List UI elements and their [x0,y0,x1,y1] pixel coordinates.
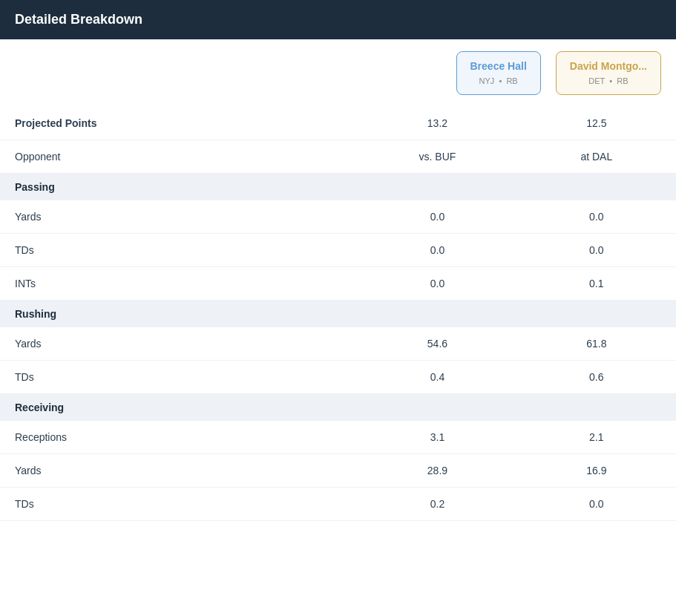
player-2-team: DET [588,76,605,85]
page-title: Detailed Breakdown [15,12,142,27]
row-value-2: 12.5 [517,107,676,140]
player-2-name: David Montgo... [570,59,647,74]
row-value-2: 16.9 [517,453,676,487]
data-row-4: TDs0.00.0 [0,233,676,266]
row-label: TDs [0,233,358,266]
data-row-12: TDs0.20.0 [0,487,676,520]
section-label: Rushing [0,300,676,327]
data-row-8: TDs0.40.6 [0,360,676,393]
data-row-0: Projected Points13.212.5 [0,107,676,140]
row-label: Opponent [0,140,358,173]
row-value-1: 0.0 [358,233,516,266]
row-label: Yards [0,453,358,487]
section-header-rushing: Rushing [0,300,676,327]
breakdown-table: Projected Points13.212.5Opponentvs. BUFa… [0,107,676,521]
row-label: INTs [0,266,358,300]
data-row-1: Opponentvs. BUFat DAL [0,140,676,173]
row-label: Yards [0,327,358,361]
row-value-2: 0.6 [517,360,676,393]
data-row-5: INTs0.00.1 [0,266,676,300]
row-value-2: 0.0 [517,233,676,266]
row-label: Projected Points [0,107,358,140]
section-header-receiving: Receiving [0,393,676,421]
player-card-2: David Montgo... DET • RB [556,51,661,95]
row-value-2: 0.1 [517,266,676,300]
row-value-2: 2.1 [517,421,676,454]
row-value-1: 0.0 [358,200,516,234]
player-1-team: NYJ [479,76,495,85]
data-row-3: Yards0.00.0 [0,200,676,234]
row-value-1: vs. BUF [358,140,516,173]
page-header: Detailed Breakdown [0,0,676,39]
row-value-1: 0.4 [358,360,516,393]
row-label: Receptions [0,421,358,454]
row-label: Yards [0,200,358,234]
row-value-1: 28.9 [358,453,516,487]
section-label: Passing [0,173,676,200]
row-value-2: 61.8 [517,327,676,361]
data-row-7: Yards54.661.8 [0,327,676,361]
player-1-meta: NYJ • RB [470,76,527,87]
row-label: TDs [0,487,358,520]
row-value-1: 13.2 [358,107,516,140]
player-2-meta: DET • RB [570,76,647,87]
row-value-1: 3.1 [358,421,516,454]
player-card-1: Breece Hall NYJ • RB [456,51,541,95]
section-header-passing: Passing [0,173,676,200]
row-value-1: 0.2 [358,487,516,520]
row-value-2: 0.0 [517,200,676,234]
player-2-position: RB [617,76,628,85]
row-value-2: 0.0 [517,487,676,520]
row-value-2: at DAL [517,140,676,173]
row-value-1: 54.6 [358,327,516,361]
player-cards-row: Breece Hall NYJ • RB David Montgo... DET… [0,39,676,107]
section-label: Receiving [0,393,676,421]
data-row-11: Yards28.916.9 [0,453,676,487]
row-value-1: 0.0 [358,266,516,300]
data-row-10: Receptions3.12.1 [0,421,676,454]
row-label: TDs [0,360,358,393]
player-1-name: Breece Hall [470,59,527,74]
player-1-position: RB [506,76,517,85]
